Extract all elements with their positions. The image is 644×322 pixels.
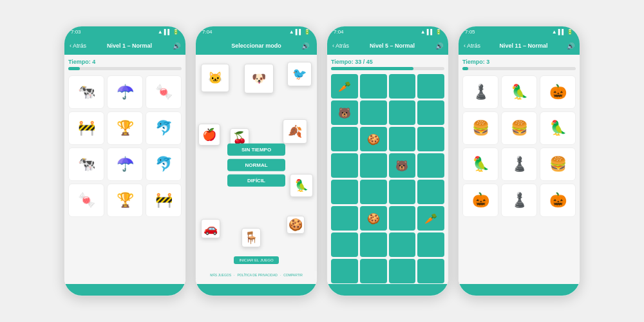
list-item[interactable] [331,232,358,257]
phone4-time-label: Tiempo: 3 [462,59,576,65]
sound-icon[interactable]: 🔊 [301,43,309,50]
mas-juegos-link[interactable]: MÁS JUEGOS [210,273,231,277]
list-item[interactable]: 🦜 [540,111,576,145]
list-item[interactable]: 🦜 [462,147,498,181]
screen-container: 7:03 ▲ ▌▌ 🔋 ‹ Atrás Nivel 1 – Normal 🔊 T… [51,13,593,309]
list-item[interactable]: ☂️ [107,147,143,181]
phone3-title: Nivel 5 – Normal [370,43,415,49]
list-item[interactable] [331,259,358,283]
list-item[interactable]: 🎃 [462,184,498,217]
phone3-status: 7:04 ▲ ▌▌ 🔋 [327,26,448,37]
normal-button[interactable]: NORMAL [227,159,285,171]
wifi-icon: ▲ [158,29,163,35]
list-item[interactable]: 🍬 [68,184,104,217]
list-item[interactable]: 🍔 [462,111,498,145]
phone-1: 7:03 ▲ ▌▌ 🔋 ‹ Atrás Nivel 1 – Normal 🔊 T… [64,26,186,296]
list-item[interactable] [389,232,416,257]
phone1-status-icons: ▲ ▌▌ 🔋 [158,29,179,35]
sound-icon[interactable]: 🔊 [173,43,180,50]
phone1-body: Tiempo: 4 🐄 ☂️ 🍬 🚧 🏆 🐬 🐄 ☂️ 🐬 🍬 🏆 🚧 [64,55,185,284]
list-item[interactable]: 🍪 [360,206,387,231]
list-item[interactable]: 🍪 [360,127,387,151]
list-item[interactable]: ♟️ [462,75,498,109]
list-item[interactable] [389,127,416,151]
sin-tiempo-button[interactable]: SIN TIEMPO [227,144,285,156]
list-item[interactable] [360,153,387,178]
list-item[interactable]: ☂️ [107,75,143,109]
phone3-footer [327,284,448,296]
phone3-back-button[interactable]: ‹ Atrás [332,43,349,49]
phone4-back-button[interactable]: ‹ Atrás [464,43,480,49]
list-item[interactable] [360,74,387,99]
list-item[interactable]: 🚧 [68,111,104,145]
list-item[interactable]: 🦜 [501,75,537,109]
sound-icon[interactable]: 🔊 [435,43,443,50]
list-item[interactable] [360,100,387,125]
list-item[interactable]: 🍔 [540,147,576,181]
list-item[interactable]: 🍔 [501,111,537,145]
share-link[interactable]: COMPARTIR [283,273,303,277]
list-item[interactable] [389,259,416,283]
list-item[interactable]: 🐬 [146,147,182,181]
phone4-body: Tiempo: 3 ♟️ 🦜 🎃 🍔 🍔 🦜 🦜 ♟️ 🍔 🎃 ♟️ 🎃 [459,55,580,284]
list-item[interactable] [331,206,358,231]
battery-icon: 🔋 [173,29,179,35]
phone2-mode-buttons: SIN TIEMPO NORMAL DIFÍCIL [227,144,285,187]
phone2-footer [196,284,317,296]
iniciar-button[interactable]: INICIAR EL JUEGO [234,256,279,264]
list-item[interactable] [360,259,387,283]
list-item[interactable]: 🎃 [540,75,576,109]
list-item[interactable]: 🎃 [540,184,576,217]
dificil-button[interactable]: DIFÍCIL [227,175,285,187]
list-item[interactable] [389,206,416,231]
list-item[interactable] [417,74,444,99]
list-item[interactable]: 🐬 [146,111,182,145]
list-item[interactable] [417,127,444,151]
list-item[interactable] [331,180,358,204]
phone3-time: 7:04 [334,29,344,35]
phone2-footer-links: MÁS JUEGOS · POLÍTICA DE PRIVACIDAD · CO… [196,271,317,279]
list-item[interactable]: 🐄 [68,147,104,181]
chevron-left-icon: ‹ [332,43,334,49]
sound-icon[interactable]: 🔊 [567,43,574,50]
list-item[interactable]: ♟️ [501,184,537,217]
list-item[interactable]: 🐻 [331,100,358,125]
list-item[interactable] [389,100,416,125]
privacy-link[interactable]: POLÍTICA DE PRIVACIDAD [237,273,277,277]
link-separator: · [234,273,234,277]
phone3-header: ‹ Atrás Nivel 5 – Normal 🔊 [327,37,448,55]
list-item[interactable] [331,127,358,151]
list-item[interactable] [360,180,387,204]
list-item[interactable]: 🥕 [331,74,358,99]
list-item[interactable] [417,180,444,204]
phone3-back-label: Atrás [336,43,349,49]
list-item[interactable]: 🐻 [389,153,416,178]
list-item[interactable] [331,153,358,178]
list-item[interactable] [360,232,387,257]
phone1-back-button[interactable]: ‹ Atrás [70,43,86,49]
list-item: 🐱 [201,64,229,92]
list-item[interactable]: 🐄 [68,75,104,109]
phone1-status: 7:03 ▲ ▌▌ 🔋 [64,26,185,37]
phone1-progress-bar [68,67,80,70]
list-item[interactable]: ♟️ [501,147,537,181]
list-item[interactable]: 🚧 [146,184,182,217]
list-item[interactable] [417,232,444,257]
list-item[interactable] [389,74,416,99]
phone-4: 7:05 ▲ ▌▌ 🔋 ‹ Atrás Nivel 11 – Normal 🔊 … [458,26,580,296]
list-item[interactable] [417,100,444,125]
list-item[interactable]: 🏆 [107,111,143,145]
phone1-header: ‹ Atrás Nivel 1 – Normal 🔊 [64,37,185,55]
list-item: 🍎 [198,124,220,146]
list-item[interactable] [389,180,416,204]
signal-icon: ▌▌ [164,29,171,35]
list-item[interactable] [417,259,444,283]
list-item[interactable]: 🍬 [146,75,182,109]
phone1-time: 7:03 [71,29,81,35]
list-item[interactable]: 🥕 [417,206,444,231]
list-item[interactable]: 🏆 [107,184,143,217]
phone1-progress-container [68,67,182,70]
list-item: 🐶 [244,64,274,93]
link-separator2: · [280,273,281,277]
list-item[interactable] [417,153,444,178]
